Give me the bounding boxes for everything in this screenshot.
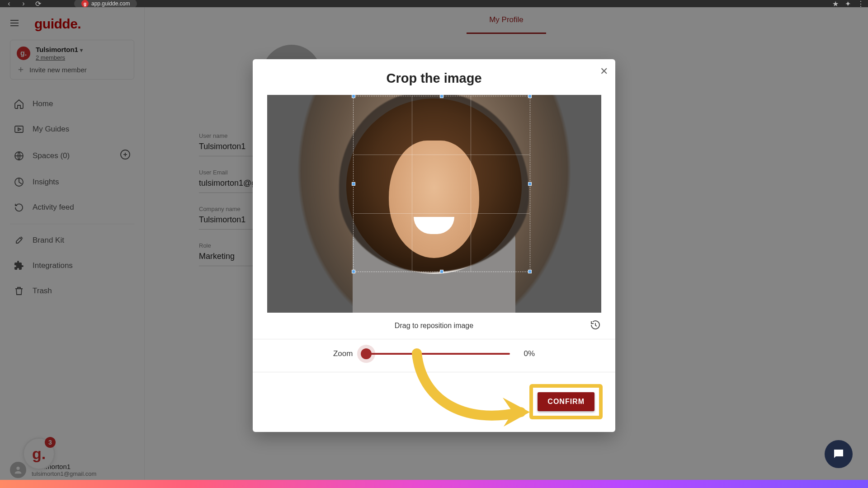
crop-hint-text: Drag to reposition image	[395, 322, 473, 330]
crop-canvas[interactable]	[267, 95, 601, 313]
browser-url: app.guidde.com	[91, 0, 130, 7]
slider-thumb[interactable]	[361, 348, 372, 359]
bookmark-icon[interactable]: ★	[832, 0, 839, 8]
history-icon[interactable]	[590, 319, 601, 332]
modal-title: Crop the image	[253, 59, 615, 95]
zoom-label: Zoom	[333, 349, 353, 358]
zoom-slider[interactable]	[366, 353, 510, 355]
tab-favicon: g	[81, 0, 89, 7]
zoom-row: Zoom 0%	[253, 339, 615, 372]
crop-circle-mask	[346, 99, 522, 274]
close-button[interactable]: ✕	[600, 66, 608, 77]
confirm-button[interactable]: CONFIRM	[538, 392, 594, 411]
zoom-value: 0%	[524, 349, 535, 358]
decorative-footer-bar	[0, 480, 868, 488]
modal-overlay[interactable]: ✕ Crop the image	[0, 7, 868, 488]
confirm-highlight: CONFIRM	[530, 385, 602, 418]
crop-hint-row: Drag to reposition image	[253, 313, 615, 339]
extension-icon[interactable]: ✦	[845, 0, 851, 8]
browser-chrome: ‹ › ⟳ g app.guidde.com ★ ✦ ⋮	[0, 0, 868, 7]
chat-fab[interactable]	[825, 440, 853, 468]
crop-image-modal: ✕ Crop the image	[253, 59, 615, 432]
modal-footer: CONFIRM	[253, 372, 615, 432]
close-icon: ✕	[600, 66, 608, 77]
more-icon[interactable]: ⋮	[857, 0, 864, 8]
